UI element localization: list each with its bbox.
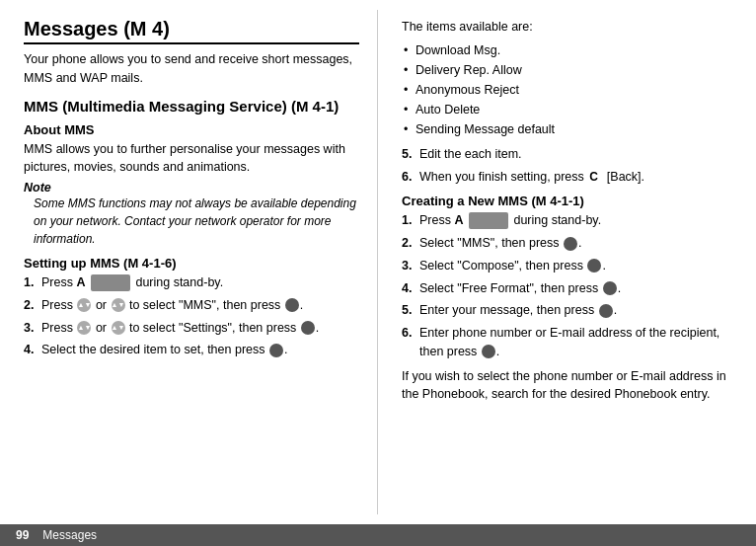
setup-title: Setting up MMS (M 4-1-6)	[24, 256, 359, 271]
list-item: 3. Select "Compose", then press .	[402, 257, 738, 275]
list-item: Anonymous Reject	[402, 80, 738, 100]
page-number: 99	[16, 528, 29, 542]
list-item: Delivery Rep. Allow	[402, 60, 738, 80]
list-item: 5. Edit the each item.	[402, 145, 738, 164]
new-mms-steps: 1. Press A during stand-by. 2. Select "M…	[402, 211, 738, 360]
items-list: Download Msg. Delivery Rep. Allow Anonym…	[402, 40, 738, 139]
a-key-icon2	[469, 212, 508, 229]
edit-steps: 5. Edit the each item. 6. When you finis…	[402, 145, 738, 187]
footer-section: Messages	[42, 528, 97, 542]
note-label: Note	[24, 181, 359, 195]
ok-btn-icon	[285, 298, 299, 312]
mms-section-title: MMS (Multimedia Messaging Service) (M 4-…	[24, 98, 359, 115]
setup-steps: 1. Press A during stand-by. 2. Press or …	[24, 273, 359, 359]
list-item: 5. Enter your message, then press .	[402, 301, 738, 320]
list-item: 3. Press or to select "Settings", then p…	[24, 319, 359, 338]
a-key-icon	[91, 274, 130, 291]
ok-btn-icon8	[482, 345, 495, 358]
phonebook-text: If you wish to select the phone number o…	[402, 367, 738, 405]
c-key-icon: C	[589, 168, 598, 186]
items-title: The items available are:	[402, 18, 738, 37]
nav-up-icon2	[77, 321, 91, 335]
list-item: 4. Select the desired item to set, then …	[24, 341, 359, 359]
list-item: Auto Delete	[402, 100, 738, 119]
right-column: The items available are: Download Msg. D…	[378, 10, 756, 514]
list-item: 6. When you finish setting, press C [Bac…	[402, 168, 738, 187]
list-item: 2. Select "MMS", then press .	[402, 234, 738, 253]
ok-btn-icon3	[269, 344, 283, 357]
list-item: 1. Press A during stand-by.	[24, 273, 359, 292]
page-container: Messages (M 4) Your phone allows you to …	[0, 0, 756, 524]
ok-btn-icon4	[564, 237, 577, 251]
about-title: About MMS	[24, 122, 359, 137]
nav-down-icon2	[112, 321, 125, 335]
main-title: Messages (M 4)	[24, 18, 359, 44]
ok-btn-icon6	[603, 281, 617, 295]
ok-btn-icon5	[587, 259, 601, 273]
note-text: Some MMS functions may not always be ava…	[34, 195, 359, 248]
about-text: MMS allows you to further personalise yo…	[24, 140, 359, 178]
nav-up-icon	[77, 298, 91, 312]
new-mms-title: Creating a New MMS (M 4-1-1)	[402, 194, 738, 208]
list-item: 1. Press A during stand-by.	[402, 211, 738, 230]
ok-btn-icon2	[301, 321, 315, 335]
list-item: Download Msg.	[402, 40, 738, 60]
left-column: Messages (M 4) Your phone allows you to …	[0, 10, 378, 514]
footer-bar: 99 Messages	[0, 524, 756, 546]
list-item: 2. Press or to select "MMS", then press …	[24, 296, 359, 315]
list-item: 4. Select "Free Format", then press .	[402, 279, 738, 298]
list-item: 6. Enter phone number or E-mail address …	[402, 324, 738, 361]
intro-text: Your phone allows you to send and receiv…	[24, 50, 359, 88]
list-item: Sending Message default	[402, 119, 738, 139]
nav-down-icon	[112, 298, 125, 312]
ok-btn-icon7	[599, 304, 613, 318]
